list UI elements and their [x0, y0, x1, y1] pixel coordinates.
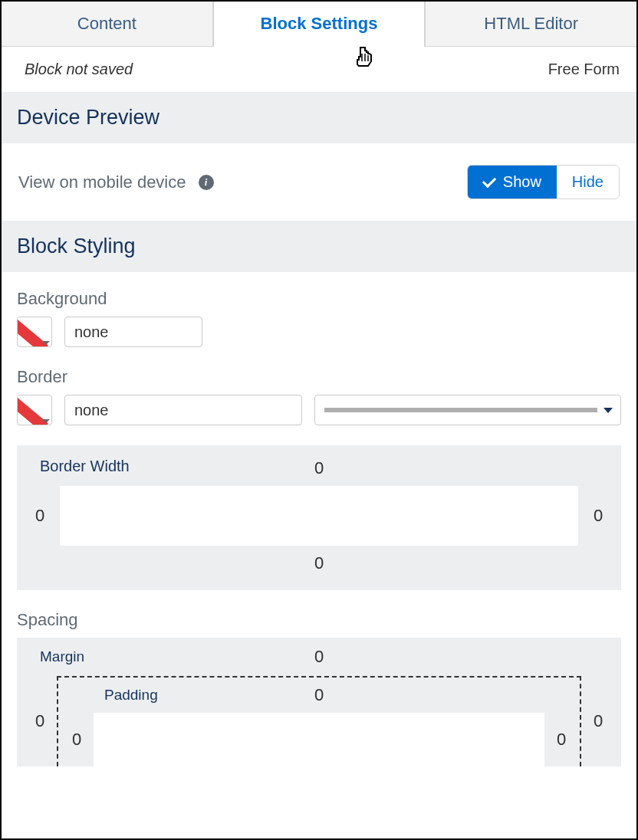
- free-form-label: Free Form: [548, 61, 620, 78]
- border-color-swatch[interactable]: [17, 395, 52, 425]
- info-icon[interactable]: i: [199, 175, 214, 190]
- hide-label: Hide: [572, 173, 603, 191]
- border-style-select[interactable]: [314, 395, 621, 425]
- spacing-label: Spacing: [17, 610, 621, 630]
- status-row: Block not saved Free Form: [2, 47, 636, 92]
- tab-block-settings[interactable]: Block Settings: [213, 2, 426, 47]
- tabs-row: Content Block Settings HTML Editor: [2, 2, 636, 47]
- check-icon: [482, 173, 496, 187]
- background-label: Background: [17, 289, 621, 309]
- tab-html-editor[interactable]: HTML Editor: [425, 2, 636, 47]
- hide-button[interactable]: Hide: [557, 166, 619, 199]
- show-label: Show: [503, 173, 541, 191]
- block-styling-header: Block Styling: [2, 221, 636, 272]
- show-hide-toggle: Show Hide: [467, 165, 620, 199]
- padding-inner: [94, 713, 544, 766]
- border-style-line-icon: [324, 408, 597, 412]
- view-mobile-label: View on mobile device: [18, 172, 186, 192]
- margin-right[interactable]: 0: [592, 711, 604, 731]
- border-width-inner: [60, 486, 578, 546]
- border-width-right[interactable]: 0: [592, 506, 604, 526]
- block-not-saved-label: Block not saved: [25, 61, 133, 78]
- device-preview-header: Device Preview: [2, 92, 636, 143]
- padding-right[interactable]: 0: [555, 730, 567, 750]
- border-width-bottom[interactable]: 0: [34, 553, 604, 573]
- border-width-box: Border Width 0 0 0 0: [17, 445, 621, 590]
- background-value-input[interactable]: [64, 317, 202, 347]
- show-button[interactable]: Show: [468, 166, 557, 199]
- mobile-label-wrap: View on mobile device i: [18, 172, 214, 192]
- padding-left[interactable]: 0: [71, 730, 83, 750]
- border-width-left[interactable]: 0: [34, 506, 46, 526]
- styling-body: Background Border Border Width 0 0 0 0 S…: [2, 272, 636, 766]
- padding-box: Padding 0 0 0: [57, 676, 581, 766]
- tab-content[interactable]: Content: [2, 2, 213, 47]
- border-label: Border: [17, 367, 621, 387]
- spacing-box: Margin 0 0 Padding 0 0 0 0: [17, 638, 621, 766]
- margin-top[interactable]: 0: [34, 647, 604, 667]
- margin-left[interactable]: 0: [34, 711, 46, 731]
- background-row: [17, 317, 621, 347]
- border-value-input[interactable]: [64, 395, 302, 425]
- mobile-preview-row: View on mobile device i Show Hide: [2, 143, 636, 221]
- background-color-swatch[interactable]: [17, 317, 52, 347]
- border-row: [17, 395, 621, 425]
